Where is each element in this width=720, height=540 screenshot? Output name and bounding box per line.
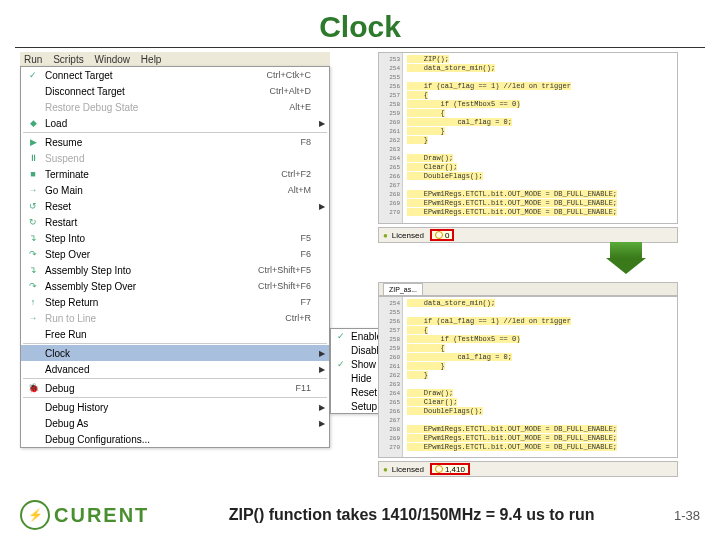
- menu-item[interactable]: Debug History▶: [21, 399, 329, 415]
- menu-item[interactable]: ↻Restart: [21, 214, 329, 230]
- menu-label: Assembly Step Over: [41, 281, 258, 292]
- logo-icon: ⚡: [20, 500, 50, 530]
- menu-icon: [25, 84, 41, 98]
- check-icon: [335, 399, 347, 413]
- menu-item[interactable]: ↑Step ReturnF7: [21, 294, 329, 310]
- menu-label: Debug Configurations...: [41, 434, 311, 445]
- clock-value: 0: [445, 231, 449, 240]
- menu-shortcut: Ctrl+Shift+F6: [258, 281, 325, 291]
- menubar-scripts[interactable]: Scripts: [53, 54, 84, 65]
- menu-item[interactable]: Advanced▶: [21, 361, 329, 377]
- menu-label: Debug As: [41, 418, 311, 429]
- clock-value: 1,410: [445, 465, 465, 474]
- check-icon: ✓: [335, 357, 347, 371]
- menu-shortcut: Ctrl+R: [285, 313, 325, 323]
- menu-label: Connect Target: [41, 70, 266, 81]
- status-bar-top: ● Licensed 0: [378, 227, 678, 243]
- arrow-down-icon: [606, 242, 646, 276]
- menu-icon: ↑: [25, 295, 41, 309]
- menu-item[interactable]: ↴Assembly Step IntoCtrl+Shift+F5: [21, 262, 329, 278]
- check-icon: [335, 343, 347, 357]
- menu-icon: ↴: [25, 263, 41, 277]
- submenu-arrow-icon: ▶: [319, 349, 325, 358]
- menubar-window[interactable]: Window: [94, 54, 130, 65]
- menu-icon: [25, 327, 41, 341]
- menu-label: Terminate: [41, 169, 281, 180]
- line-gutter: 2542552562572582592602612622632642652662…: [379, 297, 403, 457]
- menu-label: Go Main: [41, 185, 288, 196]
- tab-zip[interactable]: ZIP_as...: [383, 283, 423, 295]
- menu-shortcut: F8: [300, 137, 325, 147]
- menu-label: Resume: [41, 137, 300, 148]
- menu-icon: ↷: [25, 247, 41, 261]
- menu-shortcut: Ctrl+Shift+F5: [258, 265, 325, 275]
- menubar-help[interactable]: Help: [141, 54, 162, 65]
- menu-item[interactable]: Debug Configurations...: [21, 431, 329, 447]
- menubar-run[interactable]: Run: [24, 54, 42, 65]
- clock-icon: [435, 231, 443, 239]
- menu-icon: [25, 100, 41, 114]
- menu-shortcut: Alt+M: [288, 185, 325, 195]
- run-menu[interactable]: ✓Connect TargetCtrl+Ctk+CDisconnect Targ…: [20, 66, 330, 448]
- editor-tabs[interactable]: ZIP_as...: [378, 282, 678, 296]
- menubar[interactable]: Run Scripts Window Help: [20, 52, 330, 67]
- menu-label: Run to Line: [41, 313, 285, 324]
- menu-icon: ↻: [25, 215, 41, 229]
- menu-icon: [25, 362, 41, 376]
- menu-item[interactable]: ⏸Suspend: [21, 150, 329, 166]
- menu-icon: ⏸: [25, 151, 41, 165]
- status-bar-bottom: ● Licensed 1,410: [378, 461, 678, 477]
- menu-label: Debug: [41, 383, 295, 394]
- line-gutter: 2532542552562572582592602612622632642652…: [379, 53, 403, 223]
- license-label: Licensed: [392, 231, 424, 240]
- submenu-arrow-icon: ▶: [319, 365, 325, 374]
- logo-text: CURENT: [54, 504, 149, 527]
- menu-icon: ↺: [25, 199, 41, 213]
- menu-item[interactable]: ■TerminateCtrl+F2: [21, 166, 329, 182]
- menu-label: Reset: [41, 201, 311, 212]
- menu-icon: [25, 346, 41, 360]
- menu-icon: ■: [25, 167, 41, 181]
- menu-label: Step Over: [41, 249, 300, 260]
- menu-item[interactable]: ↷Step OverF6: [21, 246, 329, 262]
- menu-item[interactable]: Restore Debug StateAlt+E: [21, 99, 329, 115]
- footer: ⚡ CURENT ZIP() function takes 1410/150MH…: [20, 500, 700, 530]
- menu-item[interactable]: →Go MainAlt+M: [21, 182, 329, 198]
- menu-shortcut: Alt+E: [289, 102, 325, 112]
- code-pane-top: 2532542552562572582592602612622632642652…: [378, 52, 678, 224]
- menu-label: Restore Debug State: [41, 102, 289, 113]
- menu-item[interactable]: →Run to LineCtrl+R: [21, 310, 329, 326]
- submenu-arrow-icon: ▶: [319, 202, 325, 211]
- source-code: data_store_min(); if (cal_flag == 1) //l…: [405, 297, 677, 454]
- menu-item[interactable]: ✓Connect TargetCtrl+Ctk+C: [21, 67, 329, 83]
- submenu-arrow-icon: ▶: [319, 119, 325, 128]
- check-icon: ✓: [335, 329, 347, 343]
- menu-item[interactable]: 🐞DebugF11: [21, 380, 329, 396]
- menu-item[interactable]: Debug As▶: [21, 415, 329, 431]
- menu-icon: ▶: [25, 135, 41, 149]
- logo: ⚡ CURENT: [20, 500, 149, 530]
- code-pane-bottom: 2542552562572582592602612622632642652662…: [378, 296, 678, 458]
- source-code: ZIP(); data_store_min(); if (cal_flag ==…: [405, 53, 677, 219]
- menu-item[interactable]: ↺Reset▶: [21, 198, 329, 214]
- menu-item[interactable]: Free Run: [21, 326, 329, 342]
- menu-item[interactable]: ▶ResumeF8: [21, 134, 329, 150]
- menu-shortcut: Ctrl+F2: [281, 169, 325, 179]
- menu-label: Debug History: [41, 402, 311, 413]
- submenu-arrow-icon: ▶: [319, 403, 325, 412]
- menu-shortcut: Ctrl+Ctk+C: [266, 70, 325, 80]
- check-icon: [335, 371, 347, 385]
- menu-item[interactable]: Clock▶: [21, 345, 329, 361]
- menu-item[interactable]: ↷Assembly Step OverCtrl+Shift+F6: [21, 278, 329, 294]
- menu-item[interactable]: Disconnect TargetCtrl+Alt+D: [21, 83, 329, 99]
- menu-label: Step Return: [41, 297, 300, 308]
- clock-cycles-box: 0: [430, 229, 454, 241]
- menu-label: Load: [41, 118, 311, 129]
- menu-icon: [25, 432, 41, 446]
- divider: [15, 47, 705, 48]
- clock-icon: [435, 465, 443, 473]
- menu-item[interactable]: ◆Load▶: [21, 115, 329, 131]
- menu-label: Clock: [41, 348, 311, 359]
- menu-label: Free Run: [41, 329, 311, 340]
- menu-item[interactable]: ↴Step IntoF5: [21, 230, 329, 246]
